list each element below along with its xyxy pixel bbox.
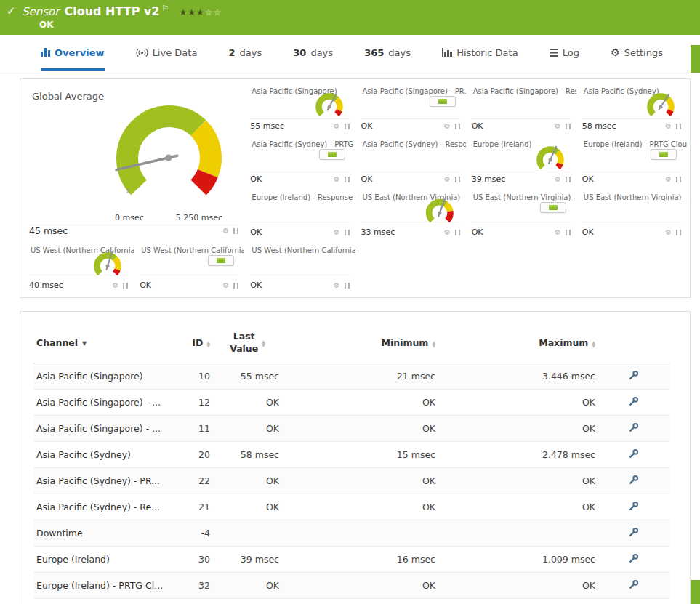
gear-icon[interactable]: ⚙ <box>222 227 229 235</box>
pause-icon[interactable] <box>123 283 128 289</box>
pause-icon[interactable] <box>345 124 350 129</box>
status-bar-fill <box>438 99 447 104</box>
pause-icon[interactable] <box>566 230 571 235</box>
pause-icon[interactable] <box>455 230 460 235</box>
gear-icon[interactable]: ⚙ <box>444 123 451 130</box>
column-header-id[interactable]: ID▲▼ <box>168 322 213 363</box>
channel-settings-icon[interactable] <box>629 422 639 435</box>
gear-icon[interactable]: ⚙ <box>665 229 672 236</box>
gear-icon[interactable]: ⚙ <box>555 123 561 130</box>
channel-settings-icon[interactable] <box>629 475 639 487</box>
pause-icon[interactable] <box>676 124 681 129</box>
column-header-minimum[interactable]: Minimum▲▼ <box>282 322 438 363</box>
column-header-last-value[interactable]: LastValue▲▼ <box>213 322 282 363</box>
channel-tile-title: Asia Pacific (Sydney) - PRTG ... <box>244 135 355 148</box>
gear-icon[interactable]: ⚙ <box>112 282 118 289</box>
channel-settings-icon[interactable] <box>629 501 639 513</box>
channel-tile-value: OK <box>250 174 262 184</box>
tab-log[interactable]: Log <box>550 35 579 71</box>
tab-overview[interactable]: Overview <box>41 35 105 71</box>
cell-maximum: 2.478 msec <box>438 441 598 467</box>
column-header-channel[interactable]: Channel▼ <box>33 322 168 363</box>
channel-table: Channel▼ ID▲▼ LastValue▲▼ Minimum▲▼ Maxi… <box>33 322 669 604</box>
cell-minimum: OK <box>282 389 438 415</box>
pause-icon[interactable] <box>676 230 681 235</box>
page: ✓ SensorCloud HTTP v2⚐★★★☆☆ OK OverviewL… <box>0 0 700 604</box>
cell-actions <box>598 494 669 520</box>
tab-settings[interactable]: ⚙Settings <box>611 35 663 71</box>
table-header-row: Channel▼ ID▲▼ LastValue▲▼ Minimum▲▼ Maxi… <box>33 322 669 363</box>
channel-settings-icon[interactable] <box>629 396 639 408</box>
pause-icon[interactable] <box>566 177 571 182</box>
channel-tile-value: OK <box>472 121 483 131</box>
gear-icon[interactable]: ⚙ <box>665 123 672 130</box>
channel-tile-value: OK <box>361 121 373 131</box>
gear-icon[interactable]: ⚙ <box>334 176 340 183</box>
tab-bar: OverviewLive Data2days30days365daysHisto… <box>0 35 691 71</box>
cell-actions <box>598 520 669 546</box>
table-row: Downtime-4 <box>33 520 669 546</box>
cell-minimum: OK <box>282 467 438 494</box>
gear-icon[interactable]: ⚙ <box>444 229 451 236</box>
cell-maximum: 3.446 msec <box>438 363 598 389</box>
flag-icon[interactable]: ⚐ <box>162 4 169 13</box>
historic-data-icon <box>442 48 452 57</box>
gear-icon[interactable]: ⚙ <box>444 176 451 183</box>
pause-icon[interactable] <box>345 283 350 289</box>
tile-icons: ⚙ <box>334 282 350 289</box>
pause-icon[interactable] <box>676 177 681 182</box>
table-row: Asia Pacific (Sydney) - PR...22OKOKOK <box>33 467 669 494</box>
pause-icon[interactable] <box>233 283 238 289</box>
cell-minimum: OK <box>282 598 438 604</box>
cell-channel: Asia Pacific (Sydney) - Re... <box>33 494 168 520</box>
gear-icon[interactable]: ⚙ <box>334 282 340 289</box>
gear-icon[interactable]: ⚙ <box>334 229 340 236</box>
settings-icon: ⚙ <box>611 47 620 57</box>
gauge-grid: Global Average x̄ 0 msec 5.250 msec 45 m… <box>23 82 687 294</box>
tile-footer: 40 msec⚙ <box>29 278 128 292</box>
tab-2-days[interactable]: 2days <box>228 35 262 71</box>
tile-footer: OK⚙ <box>582 172 681 186</box>
gear-icon[interactable]: ⚙ <box>334 123 340 130</box>
channel-settings-icon[interactable] <box>629 448 639 461</box>
pause-icon[interactable] <box>233 228 238 234</box>
gear-icon[interactable]: ⚙ <box>222 282 229 289</box>
channel-settings-icon[interactable] <box>629 370 639 382</box>
cell-channel: Asia Pacific (Sydney) - PR... <box>33 467 168 494</box>
table-row: Europe (Ireland) - PRTG Cl...32OKOKOK <box>33 572 669 598</box>
live-data-icon <box>136 48 148 57</box>
tile-footer: OK⚙ <box>250 278 349 292</box>
pause-icon[interactable] <box>455 124 460 129</box>
column-header-maximum[interactable]: Maximum▲▼ <box>438 322 598 363</box>
tile-icons: ⚙ <box>334 123 350 130</box>
channel-tile-value: OK <box>140 281 151 290</box>
gear-icon[interactable]: ⚙ <box>555 229 561 236</box>
tab-historic-data[interactable]: Historic Data <box>442 35 518 71</box>
channel-settings-icon[interactable] <box>629 579 639 592</box>
gear-icon[interactable]: ⚙ <box>555 176 561 183</box>
pause-icon[interactable] <box>566 124 571 129</box>
cell-actions <box>598 598 669 604</box>
tile-footer: 39 msec⚙ <box>472 172 571 186</box>
channel-tile: Europe (Ireland)39 msec⚙ <box>466 135 576 188</box>
tab-365-days[interactable]: 365days <box>364 35 411 71</box>
pause-icon[interactable] <box>455 177 460 182</box>
tab-live-data[interactable]: Live Data <box>136 35 198 71</box>
channel-settings-icon[interactable] <box>629 553 639 565</box>
needle-indicator <box>653 197 671 219</box>
channel-tile: US West (Northern California)40 msec⚙ <box>23 241 134 294</box>
tile-footer: OK⚙ <box>250 225 349 239</box>
tab-30-days[interactable]: 30days <box>293 35 333 71</box>
pause-icon[interactable] <box>345 230 350 235</box>
gear-icon[interactable]: ⚙ <box>665 176 672 183</box>
status-bar-fill <box>549 205 558 210</box>
channel-tile-value: OK <box>582 227 594 237</box>
sensor-status-badge: OK <box>39 20 54 30</box>
pause-icon[interactable] <box>345 177 350 182</box>
cell-maximum: OK <box>438 415 598 441</box>
global-average-gauge: x̄ <box>96 100 241 213</box>
channel-settings-icon[interactable] <box>629 527 639 539</box>
sort-icon: ▲▼ <box>592 340 595 347</box>
priority-star-rating[interactable]: ★★★☆☆ <box>179 7 222 17</box>
dropdown-arrow-icon: ▼ <box>82 340 87 347</box>
